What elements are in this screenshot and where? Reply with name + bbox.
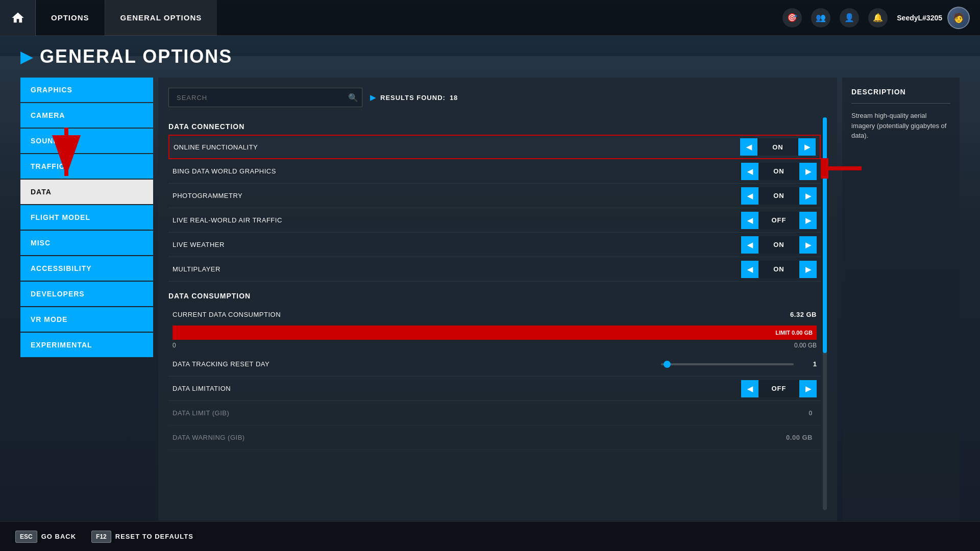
data-consumption-title: DATA CONSUMPTION xyxy=(168,287,821,304)
sidebar-item-traffic[interactable]: TRAFFIC xyxy=(20,154,153,179)
sidebar-item-accessibility[interactable]: ACCESSIBILITY xyxy=(20,256,153,281)
sidebar-item-graphics[interactable]: GRAPHICS xyxy=(20,78,153,102)
tracking-reset-thumb xyxy=(664,361,671,368)
description-text: Stream high-quality aerial imagery (pote… xyxy=(851,111,950,141)
search-wrapper: 🔍 xyxy=(168,88,362,107)
main-content: ▶ GENERAL OPTIONS GRAPHICS CAMERA SOUND … xyxy=(0,36,980,520)
data-limitation-control: ◀ OFF ▶ xyxy=(741,380,817,397)
go-back-label: GO BACK xyxy=(41,533,76,540)
profile-icon[interactable]: 👤 xyxy=(840,8,859,28)
avatar: 🧑 xyxy=(947,7,970,29)
setting-bing-data: BING DATA WORLD GRAPHICS ◀ ON ▶ xyxy=(168,159,821,184)
home-icon xyxy=(11,11,25,25)
main-panel-inner: DATA CONNECTION ONLINE FUNCTIONALITY ◀ O… xyxy=(168,117,827,510)
data-bar-numbers: 0 0.00 GB xyxy=(168,341,821,350)
data-bar-fill xyxy=(173,325,817,340)
multiplayer-next-btn[interactable]: ▶ xyxy=(799,261,817,278)
photogrammetry-label: PHOTOGRAMMETRY xyxy=(173,192,741,199)
f12-key: F12 xyxy=(91,531,111,543)
username: SeedyL#3205 xyxy=(897,14,942,22)
sidebar-item-experimental[interactable]: EXPERIMENTAL xyxy=(20,333,153,357)
description-panel: DESCRIPTION Stream high-quality aerial i… xyxy=(842,78,960,520)
go-back-action[interactable]: ESC GO BACK xyxy=(15,531,76,543)
scrollbar-thumb xyxy=(823,117,827,353)
sidebar-item-vr-mode[interactable]: VR MODE xyxy=(20,307,153,332)
search-input[interactable] xyxy=(168,88,362,107)
bing-data-prev-btn[interactable]: ◀ xyxy=(741,163,758,180)
home-button[interactable] xyxy=(0,0,36,36)
data-bar: LIMIT 0.00 GB xyxy=(173,325,817,340)
description-divider xyxy=(851,103,950,104)
results-arrow-icon: ▶ xyxy=(370,93,376,102)
bing-data-label: BING DATA WORLD GRAPHICS xyxy=(173,167,741,175)
user-profile[interactable]: SeedyL#3205 🧑 xyxy=(897,7,970,29)
settings-scroll[interactable]: DATA CONNECTION ONLINE FUNCTIONALITY ◀ O… xyxy=(168,117,821,510)
reset-defaults-action[interactable]: F12 RESET TO DEFAULTS xyxy=(91,531,193,543)
online-functionality-next-btn[interactable]: ▶ xyxy=(798,138,816,156)
tracking-reset-value: 1 xyxy=(801,360,817,368)
live-weather-value: ON xyxy=(758,236,799,254)
data-limitation-next-btn[interactable]: ▶ xyxy=(799,380,817,397)
live-weather-prev-btn[interactable]: ◀ xyxy=(741,236,758,254)
results-found: ▶ RESULTS FOUND: 18 xyxy=(370,93,458,102)
photogrammetry-next-btn[interactable]: ▶ xyxy=(799,187,817,205)
data-tracking-reset-row: DATA TRACKING RESET DAY 1 xyxy=(168,352,821,377)
setting-data-limitation: DATA LIMITATION ◀ OFF ▶ xyxy=(168,377,821,401)
sidebar-item-misc[interactable]: MISC xyxy=(20,231,153,255)
live-air-traffic-control: ◀ OFF ▶ xyxy=(741,212,817,229)
multiplayer-prev-btn[interactable]: ◀ xyxy=(741,261,758,278)
sidebar-item-data[interactable]: DATA xyxy=(20,180,153,204)
data-limit-gib-label: DATA LIMIT (GIB) xyxy=(173,409,808,417)
data-connection-title: DATA CONNECTION xyxy=(168,117,821,135)
content-area: GRAPHICS CAMERA SOUND TRAFFIC DATA FLIGH… xyxy=(0,78,980,520)
scrollbar[interactable] xyxy=(823,117,827,510)
sidebar-item-sound[interactable]: SOUND xyxy=(20,129,153,153)
data-bar-zero: 0 xyxy=(173,342,176,349)
search-icon[interactable]: 🔍 xyxy=(348,93,358,103)
tracking-reset-slider[interactable] xyxy=(661,363,794,365)
main-panel: 🔍 ▶ RESULTS FOUND: 18 DATA CONNECTION ON… xyxy=(158,78,837,520)
setting-online-functionality: ONLINE FUNCTIONALITY ◀ ON ▶ xyxy=(168,135,821,159)
photogrammetry-prev-btn[interactable]: ◀ xyxy=(741,187,758,205)
live-weather-label: LIVE WEATHER xyxy=(173,241,741,248)
data-limit-gib-value: 0 xyxy=(808,409,817,417)
multiplayer-label: MULTIPLAYER xyxy=(173,265,741,273)
setting-live-weather: LIVE WEATHER ◀ ON ▶ xyxy=(168,233,821,257)
bing-data-next-btn[interactable]: ▶ xyxy=(799,163,817,180)
data-warning-gib-value: 0.00 GB xyxy=(786,434,817,441)
sidebar-item-flight-model[interactable]: FLIGHT MODEL xyxy=(20,205,153,230)
online-functionality-value: ON xyxy=(757,138,798,156)
friends-icon[interactable]: 👥 xyxy=(811,8,830,28)
general-options-nav[interactable]: GENERAL OPTIONS xyxy=(105,0,217,36)
setting-data-limit-gib: DATA LIMIT (GIB) 0 xyxy=(168,401,821,425)
setting-multiplayer: MULTIPLAYER ◀ ON ▶ xyxy=(168,257,821,282)
setting-data-warning-gib: DATA WARNING (GIB) 0.00 GB xyxy=(168,425,821,450)
live-weather-control: ◀ ON ▶ xyxy=(741,236,817,254)
online-functionality-prev-btn[interactable]: ◀ xyxy=(740,138,757,156)
photogrammetry-value: ON xyxy=(758,187,799,205)
bing-data-control: ◀ ON ▶ xyxy=(741,163,817,180)
search-bar: 🔍 ▶ RESULTS FOUND: 18 xyxy=(168,88,827,107)
live-weather-next-btn[interactable]: ▶ xyxy=(799,236,817,254)
achievements-icon[interactable]: 🎯 xyxy=(782,8,802,28)
data-bar-max: 0.00 GB xyxy=(794,342,817,349)
esc-key: ESC xyxy=(15,531,37,543)
live-air-traffic-prev-btn[interactable]: ◀ xyxy=(741,212,758,229)
data-limitation-prev-btn[interactable]: ◀ xyxy=(741,380,758,397)
live-air-traffic-next-btn[interactable]: ▶ xyxy=(799,212,817,229)
bing-data-value: ON xyxy=(758,163,799,180)
bottom-bar: ESC GO BACK F12 RESET TO DEFAULTS xyxy=(0,521,980,551)
multiplayer-value: ON xyxy=(758,261,799,278)
setting-live-air-traffic: LIVE REAL-WORLD AIR TRAFFIC ◀ OFF ▶ xyxy=(168,208,821,233)
live-air-traffic-value: OFF xyxy=(758,212,799,229)
sidebar-item-camera[interactable]: CAMERA xyxy=(20,103,153,128)
sidebar-item-developers[interactable]: DEVELOPERS xyxy=(20,282,153,306)
topbar-right: 🎯 👥 👤 🔔 SeedyL#3205 🧑 xyxy=(782,7,980,29)
notifications-icon[interactable]: 🔔 xyxy=(868,8,888,28)
options-nav[interactable]: OPTIONS xyxy=(36,0,105,36)
live-air-traffic-label: LIVE REAL-WORLD AIR TRAFFIC xyxy=(173,216,741,224)
online-functionality-control: ◀ ON ▶ xyxy=(740,138,816,156)
current-data-consumption-row: CURRENT DATA CONSUMPTION 6.32 GB xyxy=(168,304,821,324)
description-title: DESCRIPTION xyxy=(851,88,950,96)
page-header: ▶ GENERAL OPTIONS xyxy=(0,36,980,78)
